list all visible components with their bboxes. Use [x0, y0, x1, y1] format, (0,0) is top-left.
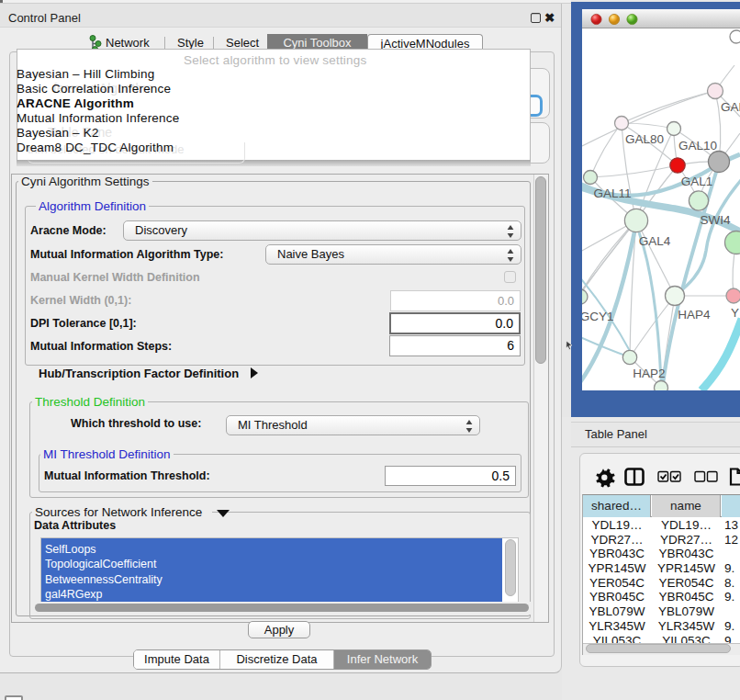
svg-text:GAL7: GAL7	[721, 100, 740, 114]
svg-text:GAL1: GAL1	[681, 175, 713, 188]
svg-text:GAL80: GAL80	[625, 132, 664, 146]
svg-text:SWI4: SWI4	[700, 213, 730, 227]
svg-text:HAP2: HAP2	[633, 367, 665, 380]
svg-text:GAL10: GAL10	[678, 139, 717, 152]
svg-text:Y: Y	[731, 306, 739, 320]
svg-text:GAL11: GAL11	[593, 186, 631, 200]
svg-text:GAL4: GAL4	[639, 234, 671, 248]
svg-text:HAP4: HAP4	[678, 308, 711, 322]
svg-text:GCY1: GCY1	[582, 310, 613, 323]
